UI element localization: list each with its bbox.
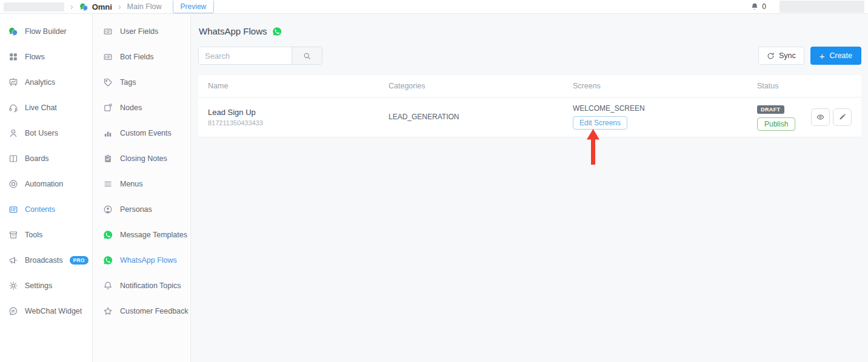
subsidebar-item-tags[interactable]: Tags [93, 70, 190, 95]
chevron-right-icon: › [70, 2, 73, 11]
chat-bubble-icon [8, 306, 18, 316]
headset-icon [8, 103, 18, 113]
sidebar-item-label: Contents [25, 205, 55, 214]
sidebar-item-webchat-widget[interactable]: WebChat Widget [0, 298, 92, 324]
column-header-status: Status [757, 82, 852, 90]
clipboard-check-icon [103, 154, 113, 163]
subsidebar-item-personas[interactable]: Personas [93, 197, 190, 222]
sidebar-item-analytics[interactable]: Analytics [0, 70, 92, 95]
whatsapp-icon [103, 255, 113, 265]
sidebar-item-contents[interactable]: Contents [0, 197, 92, 222]
megaphone-icon [8, 255, 18, 265]
field-card-icon [103, 27, 113, 36]
bell-outline-icon [103, 281, 113, 291]
person-icon [8, 128, 18, 138]
notification-count: 0 [762, 2, 766, 11]
sidebar-item-automation[interactable]: Automation [0, 171, 92, 197]
card-lines-icon [8, 205, 18, 214]
sidebar-item-label: Boards [25, 154, 49, 163]
view-flow-button[interactable] [811, 108, 830, 126]
kanban-icon [8, 154, 18, 163]
subsidebar-item-notification-topics[interactable]: Notification Topics [93, 273, 190, 298]
redacted-workspace-name [4, 2, 64, 12]
breadcrumb-page[interactable]: Main Flow [127, 2, 162, 11]
persona-circle-icon [103, 205, 113, 214]
sidebar-item-settings[interactable]: Settings [0, 273, 92, 298]
sidebar-item-flow-builder[interactable]: Flow Builder [0, 19, 92, 44]
row-actions [811, 108, 852, 126]
contents-sidebar: User Fields Bot Fields Tags Nodes Custom… [93, 14, 191, 362]
edit-screens-button[interactable]: Edit Screens [573, 116, 627, 130]
redacted-user-info [780, 1, 864, 13]
sidebar-item-label: Broadcasts [25, 256, 63, 265]
flow-screens-cell: WELCOME_SCREEN Edit Screens [573, 104, 757, 130]
flow-builder-icon [8, 27, 18, 36]
main-content: WhatsApp Flows Sync [191, 14, 868, 362]
subsidebar-item-custom-events[interactable]: Custom Events [93, 120, 190, 146]
status-badge: DRAFT [757, 105, 784, 114]
subsidebar-item-label: Personas [120, 205, 152, 214]
status-stack: DRAFT Publish [757, 103, 795, 131]
subsidebar-item-customer-feedback[interactable]: Customer Feedback [93, 298, 190, 324]
sidebar-item-label: Analytics [25, 78, 55, 87]
flow-id: 817211350433433 [208, 119, 389, 127]
chevron-right-icon: › [118, 2, 121, 11]
grid-icon [8, 52, 18, 62]
flow-name-cell: Lead Sign Up 817211350433433 [208, 108, 389, 127]
primary-sidebar: Flow Builder Flows Analytics Live Chat [0, 14, 93, 362]
flow-screen-name: WELCOME_SCREEN [573, 104, 757, 113]
top-bar: › Omni › Main Flow Preview 0 [0, 0, 868, 14]
rings-icon [8, 179, 18, 189]
sidebar-item-bot-users[interactable]: Bot Users [0, 120, 92, 146]
star-icon [103, 306, 113, 316]
column-header-categories: Categories [389, 82, 573, 90]
breadcrumb-app[interactable]: Omni [92, 2, 112, 12]
sync-button[interactable]: Sync [758, 47, 804, 65]
search-icon [302, 51, 312, 61]
sidebar-item-label: Bot Users [25, 129, 58, 137]
subsidebar-item-label: Customer Feedback [120, 307, 189, 315]
archive-box-icon [8, 230, 18, 240]
subsidebar-item-nodes[interactable]: Nodes [93, 95, 190, 120]
field-card-icon [103, 52, 113, 62]
sidebar-item-label: Automation [25, 180, 63, 188]
sidebar-item-label: Settings [25, 281, 52, 290]
subsidebar-item-label: Nodes [120, 104, 142, 112]
flow-status-cell: DRAFT Publish [757, 103, 852, 131]
sidebar-item-broadcasts[interactable]: Broadcasts PRO [0, 248, 92, 273]
create-button-label: Create [829, 51, 852, 60]
sidebar-item-label: Flows [25, 53, 45, 61]
search-button[interactable] [292, 47, 322, 64]
subsidebar-item-bot-fields[interactable]: Bot Fields [93, 44, 190, 70]
subsidebar-item-user-fields[interactable]: User Fields [93, 19, 190, 44]
publish-button[interactable]: Publish [757, 117, 795, 131]
sidebar-item-tools[interactable]: Tools [0, 222, 92, 248]
subsidebar-item-label: Message Templates [120, 231, 187, 239]
sidebar-item-label: Flow Builder [25, 27, 67, 36]
sidebar-item-flows[interactable]: Flows [0, 44, 92, 70]
sync-button-label: Sync [779, 51, 796, 60]
subsidebar-item-label: Notification Topics [120, 281, 181, 290]
sidebar-item-boards[interactable]: Boards [0, 146, 92, 171]
presentation-board-icon [8, 77, 18, 87]
preview-button[interactable]: Preview [173, 1, 215, 13]
subsidebar-item-closing-notes[interactable]: Closing Notes [93, 146, 190, 171]
node-icon [103, 103, 113, 113]
subsidebar-item-message-templates[interactable]: Message Templates [93, 222, 190, 248]
gear-icon [8, 281, 18, 291]
search-input[interactable] [199, 47, 292, 64]
red-arrow-annotation [586, 129, 601, 165]
sidebar-item-live-chat[interactable]: Live Chat [0, 95, 92, 120]
edit-flow-button[interactable] [833, 108, 852, 126]
subsidebar-item-menus[interactable]: Menus [93, 171, 190, 197]
table-header-row: Name Categories Screens Status [198, 75, 861, 97]
create-button[interactable]: + Create [810, 47, 861, 65]
flow-name: Lead Sign Up [208, 108, 389, 117]
search-group [198, 47, 322, 65]
subsidebar-item-label: Custom Events [120, 129, 172, 137]
subsidebar-item-whatsapp-flows[interactable]: WhatsApp Flows [93, 248, 190, 273]
flow-category: LEAD_GENERATION [389, 113, 573, 121]
hamburger-icon [103, 179, 113, 189]
bar-chart-icon [103, 128, 113, 138]
notifications-button[interactable]: 0 [750, 2, 766, 11]
